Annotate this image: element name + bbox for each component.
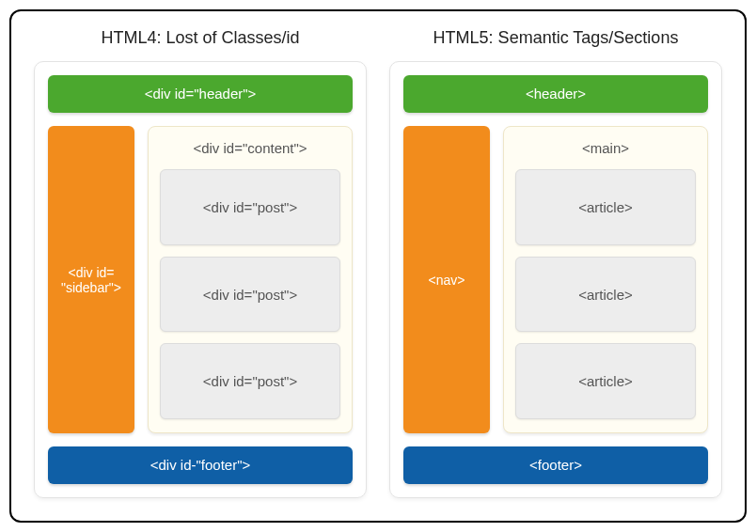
html5-post-1: <article>: [515, 169, 696, 245]
html4-content-title: <div id="content">: [160, 140, 340, 156]
html4-header-block: <div id="header">: [48, 75, 353, 113]
html4-content-block: <div id="content"> <div id="post"> <div …: [148, 126, 353, 433]
html5-column: HTML5: Semantic Tags/Sections <header> <…: [389, 28, 722, 498]
html5-sidebar-block: <nav>: [403, 126, 490, 433]
html5-middle-row: <nav> <main> <article> <article> <articl…: [403, 126, 708, 433]
html5-header-block: <header>: [403, 75, 708, 113]
html5-title: HTML5: Semantic Tags/Sections: [389, 28, 722, 48]
html4-middle-row: <div id= "sidebar"> <div id="content"> <…: [48, 126, 353, 433]
html5-sidebar-label: <nav>: [429, 273, 465, 288]
html4-column: HTML4: Lost of Classes/id <div id="heade…: [34, 28, 367, 498]
diagram-canvas: HTML4: Lost of Classes/id <div id="heade…: [9, 9, 747, 523]
html4-post-1: <div id="post">: [160, 169, 340, 245]
html5-footer-block: <footer>: [403, 446, 708, 484]
html4-footer-block: <div id-"footer">: [48, 446, 353, 484]
html5-content-block: <main> <article> <article> <article>: [503, 126, 708, 433]
html5-panel: <header> <nav> <main> <article> <article…: [389, 61, 722, 498]
html4-title: HTML4: Lost of Classes/id: [34, 28, 367, 48]
html4-sidebar-label: <div id= "sidebar">: [61, 265, 121, 295]
html5-content-title: <main>: [515, 140, 696, 156]
html5-post-3: <article>: [515, 343, 696, 419]
html4-post-3: <div id="post">: [160, 343, 340, 419]
html4-sidebar-block: <div id= "sidebar">: [48, 126, 134, 433]
html4-panel: <div id="header"> <div id= "sidebar"> <d…: [34, 61, 367, 498]
html5-post-2: <article>: [515, 257, 696, 333]
html4-post-2: <div id="post">: [160, 257, 340, 333]
